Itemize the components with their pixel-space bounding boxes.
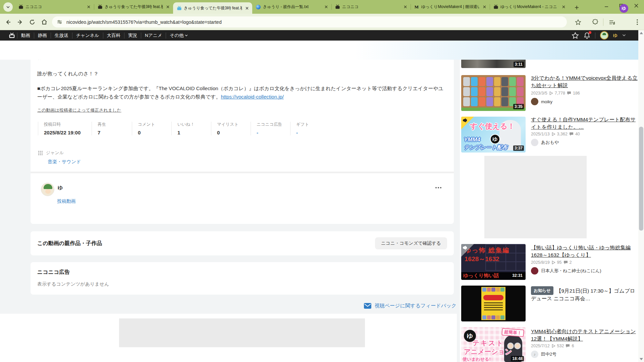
scrollbar-thumb[interactable] — [639, 127, 643, 231]
genre-label: ジャンル — [46, 150, 64, 156]
uploader-videos-link[interactable]: 投稿動画 — [57, 198, 76, 204]
tv-icon — [493, 4, 498, 10]
video-title[interactable]: 3分でわかる！YMM4でvoicevox全員使える立ち絵セット解説 — [531, 74, 640, 89]
uploader-avatar[interactable] — [41, 183, 54, 196]
video-uploader[interactable]: あおもや — [531, 139, 559, 146]
nav-jikkyo[interactable]: 実況 — [124, 33, 141, 39]
nico-service-bar: 動画 静画 生放送 チャンネル 大百科 実況 Nアニメ その他 ゆ — [0, 30, 644, 41]
close-icon[interactable] — [244, 5, 250, 11]
bookmark-star-icon[interactable] — [573, 17, 583, 27]
stat-posted-date: 投稿日時2025/8/22 19:00 — [38, 122, 92, 135]
notifications-bell-icon[interactable] — [584, 32, 590, 39]
browser-tab[interactable]: きゅうり - 親作品一覧.txt — [252, 0, 331, 14]
nicoad-megaphone-icon — [461, 244, 474, 257]
uploader-avatar — [531, 98, 538, 105]
browser-tab[interactable]: ニコニコ — [331, 0, 411, 14]
envelope-icon — [364, 303, 371, 309]
video-thumbnail[interactable]: ゆっ怖 総集編 1628～1632 ゆっくり怖い話 32:31 — [461, 244, 526, 280]
url-bar[interactable]: nicovideo.jp/watch/sm45315576?via=thumb_… — [52, 16, 567, 27]
user-name[interactable]: ゆ — [613, 33, 618, 39]
video-title[interactable]: YMM4初心者向けのテキストアニメーション12選！【YMM4解説】 — [531, 328, 640, 343]
vocaloid-collection-link[interactable]: https://vocaloid-collection.jp/ — [221, 94, 284, 100]
video-meta: 2025/7/12 532 6 — [531, 344, 574, 348]
video-thumbnail[interactable]: 3:35 — [461, 75, 526, 111]
commons-check-button[interactable]: ニコニ・コモンズで確認する — [375, 237, 447, 249]
video-title[interactable]: 【怖い話】ゆっくり怖い話・ゆっ怖総集編1628～1632【ゆっくり】 — [531, 244, 640, 259]
video-thumbnail[interactable] — [461, 286, 526, 321]
close-icon[interactable] — [482, 4, 487, 10]
nav-other[interactable]: その他 — [166, 33, 192, 39]
comment-count-icon — [567, 91, 571, 95]
feedback-link[interactable]: 視聴ページに関するフィードバック — [364, 303, 457, 309]
niconico-tv-icon[interactable] — [9, 33, 15, 39]
tv-icon — [176, 5, 182, 11]
video-uploader[interactable]: moiky — [531, 98, 552, 105]
url-text[interactable]: nicovideo.jp/watch/sm45315576?via=thumb_… — [66, 19, 222, 25]
extensions-puzzle-icon[interactable] — [590, 17, 600, 27]
back-button[interactable] — [3, 17, 13, 27]
page-scrollbar[interactable] — [638, 30, 644, 362]
close-icon[interactable] — [561, 4, 566, 10]
browser-tab[interactable]: ニコニコ — [15, 0, 94, 14]
uploader-avatar: ♪ — [531, 351, 538, 358]
announcement-item[interactable]: お知らせ【9月21日(日) 17:30～】ゴムプロデュース ニコニコ再会… — [531, 286, 640, 302]
nav-dic[interactable]: 大百科 — [103, 33, 124, 39]
stat-likes: いいね！1 — [171, 122, 211, 135]
nicoad-empty-message: 表示するコンテンツがありません — [37, 281, 109, 287]
video-thumbnail[interactable]: 3:11 — [461, 60, 526, 68]
nav-video[interactable]: 動画 — [17, 33, 34, 39]
browser-menu-icon[interactable] — [632, 17, 643, 27]
video-uploader[interactable]: 日本人形・ねこ紳士(ねこにん) — [531, 267, 601, 275]
browser-tab[interactable]: M ゆっくりMovieMaker4 | 饅頭遣い — [411, 0, 490, 14]
divider — [31, 172, 454, 173]
favorites-star-icon[interactable] — [572, 32, 579, 39]
stat-comments: コメント0 — [132, 122, 171, 135]
forward-button[interactable] — [15, 17, 25, 27]
window-minimize-button[interactable] — [600, 0, 613, 11]
toolbar-divider — [603, 18, 603, 26]
more-options-icon[interactable] — [435, 187, 441, 188]
duration-badge: 18:48 — [511, 356, 524, 361]
stat-mylist: マイリスト0 — [211, 122, 251, 135]
nav-live[interactable]: 生放送 — [51, 33, 72, 39]
parent-works-card: この動画の親作品・子作品 ニコニ・コモンズで確認する — [31, 231, 454, 255]
reload-button[interactable] — [27, 17, 38, 27]
video-meta: 2023/3/5 7,778 186 — [531, 91, 580, 96]
close-icon[interactable] — [165, 4, 170, 10]
new-tab-button[interactable] — [572, 3, 581, 12]
chevron-down-icon — [6, 6, 10, 8]
nav-nanime[interactable]: Nアニメ — [141, 33, 166, 39]
user-avatar[interactable] — [600, 31, 608, 40]
media-controls-icon[interactable] — [606, 17, 617, 27]
modified-note-link[interactable]: この動画は投稿者によって修正されました — [37, 107, 121, 113]
duration-badge: 32:31 — [511, 273, 524, 278]
browser-profile-avatar[interactable]: ゆ — [620, 4, 628, 13]
comment-count-icon — [569, 132, 574, 136]
genre-link[interactable]: 音楽・サウンド — [48, 159, 81, 165]
moviemaker-icon: M — [414, 4, 419, 10]
sidebar-ad-placeholder — [484, 156, 587, 238]
close-icon[interactable] — [323, 4, 329, 10]
video-thumbnail[interactable]: ゆ 超簡単！ テキスト アニメーション 使いまわせる! 18:48 — [461, 327, 526, 362]
video-uploader[interactable]: ♪ 田中2号 — [531, 351, 556, 358]
browser-tab[interactable]: ゆっくりMovieMaker4 - ニコニ・コモ — [490, 0, 569, 14]
close-icon[interactable] — [402, 4, 408, 10]
nicoad-megaphone-icon — [461, 117, 474, 129]
browser-tab-active[interactable]: きゅうり食ってた午後3時 feat.初音 — [173, 2, 252, 14]
browser-tab[interactable]: きゅうり食ってた午後3時 feat.初音 — [94, 0, 173, 14]
window-close-button[interactable] — [630, 0, 643, 11]
scroll-down-arrow[interactable] — [638, 356, 644, 362]
uploader-name[interactable]: ゆ — [58, 185, 63, 191]
comment-count-icon — [566, 344, 570, 348]
uploader-avatar — [531, 139, 538, 146]
scroll-up-arrow[interactable] — [638, 30, 644, 36]
service-nav: 動画 静画 生放送 チャンネル 大百科 実況 Nアニメ その他 — [17, 33, 192, 39]
chevron-down-icon[interactable] — [622, 34, 626, 37]
home-button[interactable] — [39, 17, 50, 27]
tab-search-button[interactable] — [3, 2, 13, 12]
video-thumbnail[interactable]: すぐ使える！ ゆ YMM4 テンプレート配布 3:37 — [461, 117, 526, 153]
nav-channel[interactable]: チャンネル — [72, 33, 103, 39]
video-title[interactable]: すぐ使える！自作YMM4テンプレート配布サイトを作りました。… — [531, 116, 640, 131]
close-icon[interactable] — [86, 4, 91, 10]
nav-seiga[interactable]: 静画 — [34, 33, 51, 39]
